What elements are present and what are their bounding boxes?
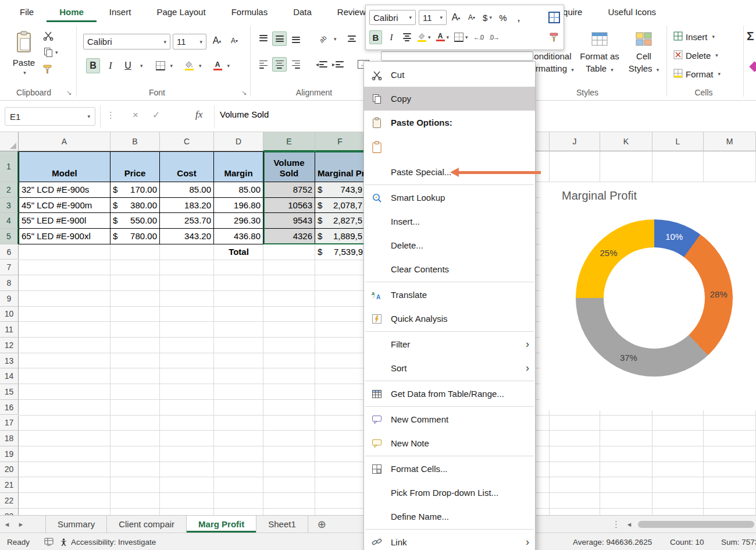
mini-shrink-font-button[interactable]: A▾ bbox=[465, 10, 478, 24]
row-header-4[interactable]: 4 bbox=[0, 213, 19, 229]
column-header-A[interactable]: A bbox=[19, 132, 110, 151]
column-header-K[interactable]: K bbox=[600, 132, 652, 151]
cell-F1[interactable]: Marginal Profit bbox=[315, 151, 365, 182]
menu-item-new-note[interactable]: New Note bbox=[364, 431, 535, 455]
cell-F6[interactable]: $7,539,9 bbox=[315, 244, 365, 260]
menu-item-insert[interactable]: Insert... bbox=[364, 210, 535, 233]
mini-currency-button[interactable]: $▾ bbox=[481, 10, 494, 24]
cell-C1[interactable]: Cost bbox=[160, 151, 214, 182]
menu-item-format-cells[interactable]: Format Cells... bbox=[364, 457, 535, 481]
menu-item-get-data-from-table-range[interactable]: Get Data from Table/Range... bbox=[364, 382, 535, 406]
tab-home[interactable]: Home bbox=[47, 2, 97, 22]
mini-bold-button[interactable]: B bbox=[369, 30, 382, 44]
cell-E3[interactable]: 10563 bbox=[263, 198, 315, 214]
column-header-F[interactable]: F bbox=[315, 132, 365, 151]
cell-E4[interactable]: 9543 bbox=[263, 213, 315, 229]
cell-E5[interactable]: 4326 bbox=[263, 229, 315, 244]
table-format-icon[interactable] bbox=[548, 12, 560, 23]
cell-B2[interactable]: $170.00 bbox=[110, 182, 160, 198]
cut-button[interactable] bbox=[43, 30, 58, 41]
scroll-left-icon[interactable]: ◄ bbox=[623, 516, 635, 533]
insert-cells-button[interactable]: Insert▾ bbox=[673, 29, 715, 44]
orientation-button[interactable]: ab bbox=[316, 31, 330, 46]
format-as-table-button[interactable]: Format as Table ▾ bbox=[577, 30, 622, 73]
menu-item-copy[interactable]: Copy bbox=[364, 87, 535, 111]
name-box[interactable]: E1▾ bbox=[5, 107, 95, 126]
cell-E1[interactable]: Volume Sold bbox=[263, 151, 315, 182]
clipboard-dialog-launcher-icon[interactable]: ↘ bbox=[66, 89, 72, 97]
scrollbar-thumb[interactable] bbox=[638, 521, 754, 528]
accessibility-status[interactable]: Accessibility: Investigate bbox=[71, 533, 156, 550]
cell-A3[interactable]: 45" LCD #E-900m bbox=[19, 198, 110, 214]
font-size-select[interactable]: 11▾ bbox=[173, 34, 206, 49]
copy-button[interactable]: ▾ bbox=[43, 47, 58, 58]
shrink-font-button[interactable]: A▾ bbox=[228, 34, 241, 48]
tab-file[interactable]: File bbox=[7, 2, 47, 22]
top-align-button[interactable] bbox=[256, 31, 270, 46]
bottom-align-button[interactable] bbox=[288, 31, 303, 46]
cell-C3[interactable]: 183.20 bbox=[160, 198, 214, 214]
column-header-E[interactable]: E bbox=[263, 132, 315, 151]
row-header-10[interactable]: 10 bbox=[0, 307, 19, 322]
align-right-button[interactable] bbox=[288, 57, 303, 72]
mini-format-painter-button[interactable] bbox=[547, 30, 560, 44]
cell-F5[interactable]: $1,889,5 bbox=[315, 229, 365, 244]
row-header-2[interactable]: 2 bbox=[0, 182, 19, 198]
menu-item-translate[interactable]: aATranslate bbox=[364, 283, 535, 307]
increase-indent-button[interactable]: ▸ bbox=[331, 57, 345, 72]
mini-borders-button[interactable]: ▾ bbox=[453, 30, 469, 44]
format-cells-ribbon-button[interactable]: Format▾ bbox=[673, 66, 721, 81]
menu-item-define-name[interactable]: Define Name... bbox=[364, 505, 535, 528]
tab-insert[interactable]: Insert bbox=[97, 2, 144, 22]
menu-item-filter[interactable]: Filter› bbox=[364, 332, 535, 356]
row-header-23[interactable]: 23 bbox=[0, 509, 19, 515]
row-header-15[interactable]: 15 bbox=[0, 384, 19, 400]
horizontal-scrollbar[interactable] bbox=[636, 520, 756, 529]
mini-center-button[interactable] bbox=[401, 30, 413, 44]
bold-button[interactable]: B bbox=[86, 58, 100, 73]
tab-page-layout[interactable]: Page Layout bbox=[144, 2, 218, 22]
column-header-C[interactable]: C bbox=[160, 132, 214, 151]
row-header-12[interactable]: 12 bbox=[0, 338, 19, 353]
row-header-13[interactable]: 13 bbox=[0, 353, 19, 369]
tab-formulas[interactable]: Formulas bbox=[219, 2, 281, 22]
cell-A4[interactable]: 55" LED #E-900l bbox=[19, 213, 110, 229]
menu-item-paste-plain[interactable] bbox=[364, 134, 535, 160]
menu-item-paste-special[interactable]: Paste Special... bbox=[364, 160, 535, 184]
row-header-5[interactable]: 5 bbox=[0, 229, 19, 244]
row-header-19[interactable]: 19 bbox=[0, 446, 19, 462]
font-color-button[interactable]: A bbox=[213, 62, 222, 70]
format-painter-button[interactable] bbox=[43, 64, 58, 74]
mini-percent-button[interactable]: % bbox=[497, 10, 509, 24]
decrease-indent-button[interactable]: ◂ bbox=[315, 57, 329, 72]
cell-B5[interactable]: $780.00 bbox=[110, 229, 160, 244]
center-button[interactable] bbox=[272, 57, 287, 72]
row-header-1[interactable]: 1 bbox=[0, 151, 19, 182]
menu-item-cut[interactable]: Cut bbox=[364, 63, 535, 87]
insert-function-button[interactable]: fx bbox=[195, 109, 202, 120]
row-header-22[interactable]: 22 bbox=[0, 493, 19, 509]
mini-grow-font-button[interactable]: A▴ bbox=[450, 10, 462, 24]
cell-B4[interactable]: $550.00 bbox=[110, 213, 160, 229]
embedded-chart[interactable]: Marginal Profit 10%28%37%25% bbox=[540, 182, 756, 410]
row-header-11[interactable]: 11 bbox=[0, 322, 19, 338]
italic-button[interactable]: I bbox=[104, 58, 117, 73]
cell-D4[interactable]: 296.30 bbox=[214, 213, 263, 229]
cell-D6[interactable]: Total bbox=[214, 244, 263, 260]
menu-item-smart-lookup[interactable]: Smart Lookup bbox=[364, 186, 535, 210]
cell-B1[interactable]: Price bbox=[110, 151, 160, 182]
row-header-8[interactable]: 8 bbox=[0, 275, 19, 291]
cell-A5[interactable]: 65" LED #E-900xl bbox=[19, 229, 110, 244]
mini-decrease-decimal-button[interactable]: .0→ bbox=[488, 30, 501, 44]
sheet-nav-right-icon[interactable]: ► bbox=[14, 516, 28, 533]
sheet-tab-summary[interactable]: Summary bbox=[45, 516, 107, 533]
row-header-7[interactable]: 7 bbox=[0, 260, 19, 276]
row-header-21[interactable]: 21 bbox=[0, 477, 19, 493]
sheet-tab-marg-profit[interactable]: Marg Profit bbox=[187, 516, 256, 533]
sheet-nav-left-icon[interactable]: ◄ bbox=[0, 516, 14, 533]
cell-A2[interactable]: 32" LCD #E-900s bbox=[19, 182, 110, 198]
cell-E2[interactable]: 8752 bbox=[263, 182, 315, 198]
cell-F3[interactable]: $2,078,7 bbox=[315, 198, 365, 214]
mini-increase-decimal-button[interactable]: ←.0 bbox=[472, 30, 485, 44]
mini-fill-color-button[interactable]: ▾ bbox=[416, 30, 432, 44]
